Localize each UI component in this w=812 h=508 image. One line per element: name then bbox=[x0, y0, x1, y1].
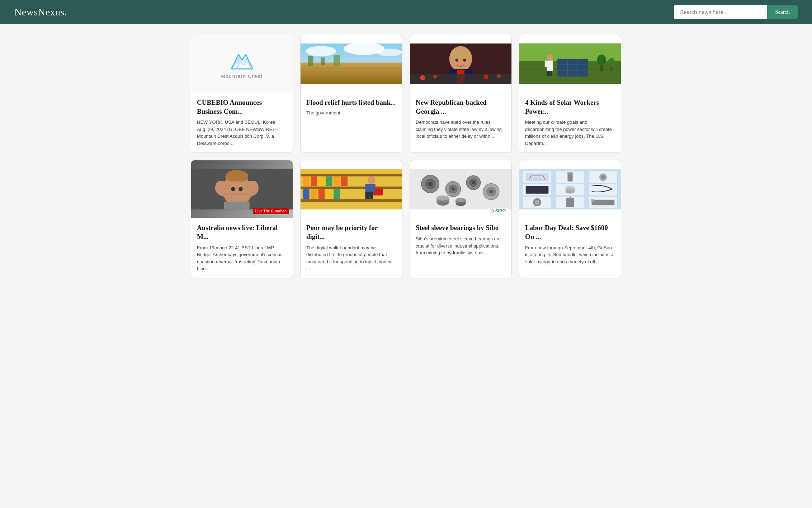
svg-rect-37 bbox=[545, 61, 547, 67]
guardian-badge: Live The Guardian bbox=[253, 208, 289, 214]
card-image-solar bbox=[519, 35, 621, 93]
card-title: CUBEBIO Announces Business Com... bbox=[197, 98, 287, 116]
news-card-3[interactable]: New Republican-backed Georgia ... Democr… bbox=[410, 35, 512, 153]
svg-point-35 bbox=[547, 55, 553, 61]
svg-point-84 bbox=[472, 181, 475, 184]
svg-rect-62 bbox=[341, 177, 348, 186]
card-image-trump bbox=[410, 35, 511, 93]
svg-rect-70 bbox=[365, 184, 368, 192]
svg-point-78 bbox=[428, 182, 432, 186]
card-logo-placeholder: Mountain Crest bbox=[191, 35, 293, 93]
svg-rect-58 bbox=[311, 177, 317, 186]
svg-rect-9 bbox=[301, 71, 402, 72]
svg-rect-39 bbox=[547, 71, 549, 76]
card-image-supermarket bbox=[301, 160, 402, 218]
svg-rect-66 bbox=[326, 189, 332, 199]
svg-rect-118 bbox=[569, 197, 571, 199]
news-card-6[interactable]: Poor may be priority for digit... The di… bbox=[300, 160, 402, 278]
search-area: Search bbox=[674, 5, 798, 19]
svg-rect-38 bbox=[550, 61, 553, 67]
svg-point-105 bbox=[601, 175, 605, 179]
card-image-bearings: ⊙ SIBO bbox=[410, 160, 511, 218]
svg-point-22 bbox=[420, 75, 425, 80]
svg-rect-8 bbox=[301, 68, 402, 69]
news-card-7[interactable]: ⊙ SIBO Steel sleeve bearings by Sibo Sib… bbox=[410, 160, 512, 278]
svg-rect-52 bbox=[224, 194, 250, 196]
svg-rect-55 bbox=[301, 187, 402, 189]
svg-rect-61 bbox=[334, 177, 340, 186]
svg-point-115 bbox=[534, 200, 539, 205]
card-body: CUBEBIO Announces Business Com... NEW YO… bbox=[191, 93, 293, 152]
card-excerpt: Sibo's premium steel sleeve bearings are… bbox=[416, 235, 506, 257]
svg-rect-10 bbox=[308, 56, 313, 66]
card-excerpt: NEW YORK, USA and SEOUL, Korea, Aug. 29,… bbox=[197, 119, 287, 147]
svg-point-19 bbox=[455, 58, 458, 61]
svg-point-81 bbox=[451, 187, 455, 191]
svg-point-50 bbox=[231, 187, 235, 191]
sibo-badge: ⊙ SIBO bbox=[488, 208, 508, 214]
card-source: The government bbox=[306, 110, 396, 116]
svg-point-24 bbox=[484, 75, 488, 79]
news-card-4[interactable]: 4 Kinds of Solar Workers Power... Meetin… bbox=[519, 35, 621, 153]
svg-point-6 bbox=[377, 49, 402, 56]
svg-rect-11 bbox=[321, 57, 325, 65]
svg-point-23 bbox=[433, 75, 437, 79]
svg-rect-57 bbox=[303, 177, 310, 186]
svg-rect-59 bbox=[318, 177, 325, 186]
svg-rect-56 bbox=[301, 199, 402, 202]
news-card-2[interactable]: Flood relief hurts listed bank... The go… bbox=[300, 35, 402, 153]
news-card-1[interactable]: Mountain Crest CUBEBIO Announces Busines… bbox=[191, 35, 293, 153]
main-content: Mountain Crest CUBEBIO Announces Busines… bbox=[155, 24, 657, 289]
svg-rect-120 bbox=[592, 200, 615, 206]
search-input[interactable] bbox=[674, 5, 767, 19]
svg-rect-64 bbox=[311, 189, 317, 199]
card-body: 4 Kinds of Solar Workers Power... Meetin… bbox=[519, 93, 621, 152]
card-title: Flood relief hurts listed bank... bbox=[306, 98, 396, 107]
svg-point-111 bbox=[566, 190, 575, 194]
svg-point-68 bbox=[368, 177, 375, 184]
site-logo: NewsNexus. bbox=[14, 6, 67, 18]
svg-rect-71 bbox=[370, 184, 373, 192]
svg-point-87 bbox=[489, 190, 493, 193]
svg-rect-60 bbox=[326, 177, 332, 186]
site-header: NewsNexus. Search bbox=[0, 0, 812, 24]
svg-rect-101 bbox=[567, 173, 572, 182]
card-title: 4 Kinds of Solar Workers Power... bbox=[525, 98, 615, 116]
card-title: Australia news live: Liberal M... bbox=[197, 224, 287, 241]
card-logo-label: Mountain Crest bbox=[221, 74, 263, 79]
svg-rect-54 bbox=[301, 174, 402, 177]
card-title: Steel sleeve bearings by Sibo bbox=[416, 224, 506, 232]
news-card-5[interactable]: Live The Guardian Australia news live: L… bbox=[191, 160, 293, 278]
svg-rect-74 bbox=[374, 189, 383, 196]
svg-rect-73 bbox=[369, 192, 373, 199]
card-excerpt: Democrats have sued over the rules, clai… bbox=[416, 119, 506, 140]
svg-rect-65 bbox=[318, 189, 325, 199]
card-body: Labor Day Deal: Save $1600 On ... From n… bbox=[519, 218, 621, 278]
card-title: New Republican-backed Georgia ... bbox=[416, 98, 506, 116]
svg-point-4 bbox=[306, 46, 336, 56]
card-excerpt: Meeting our climate goals and decarboniz… bbox=[525, 119, 615, 147]
card-body: Poor may be priority for digit... The di… bbox=[301, 218, 402, 278]
card-title: Poor may be priority for digit... bbox=[306, 224, 396, 241]
svg-point-90 bbox=[436, 196, 449, 201]
news-grid: Mountain Crest CUBEBIO Announces Busines… bbox=[191, 35, 621, 278]
svg-rect-102 bbox=[567, 172, 573, 174]
search-button[interactable]: Search bbox=[767, 5, 798, 19]
svg-point-20 bbox=[463, 58, 466, 61]
news-card-8[interactable]: Labor Day Deal: Save $1600 On ... From n… bbox=[519, 160, 621, 278]
svg-point-42 bbox=[597, 55, 606, 66]
card-body: Steel sleeve bearings by Sibo Sibo's pre… bbox=[410, 218, 511, 278]
card-image-gosun bbox=[519, 160, 621, 218]
svg-rect-67 bbox=[334, 189, 340, 199]
card-image-guardian: Live The Guardian bbox=[191, 160, 293, 218]
card-body: Australia news live: Liberal M... From 1… bbox=[191, 218, 293, 278]
svg-point-93 bbox=[455, 198, 466, 202]
card-body: New Republican-backed Georgia ... Democr… bbox=[410, 93, 511, 152]
svg-rect-40 bbox=[549, 71, 552, 76]
svg-point-25 bbox=[497, 74, 501, 78]
svg-point-48 bbox=[226, 170, 249, 183]
svg-rect-7 bbox=[301, 62, 402, 84]
svg-marker-0 bbox=[231, 55, 253, 69]
svg-rect-96 bbox=[526, 174, 549, 181]
card-excerpt: From 19m ago 22.41 BST Liberal MP Bridge… bbox=[197, 244, 287, 272]
